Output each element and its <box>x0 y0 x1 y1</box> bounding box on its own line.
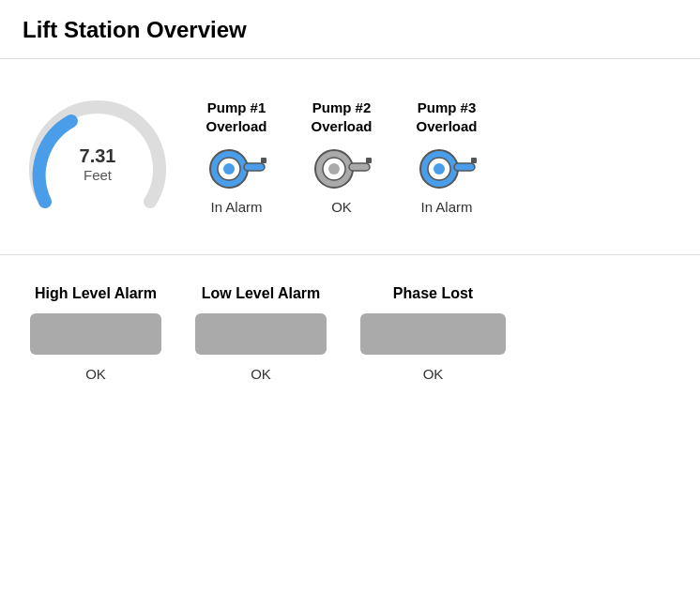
svg-point-7 <box>328 163 340 175</box>
alarm-phase-lost-status: OK <box>423 366 444 382</box>
svg-point-2 <box>223 163 235 175</box>
alarm-low-level-bar <box>195 313 327 355</box>
alarm-phase-lost: Phase Lost OK <box>360 285 506 382</box>
svg-rect-14 <box>471 158 477 163</box>
pump-1-status: In Alarm <box>210 199 262 215</box>
svg-rect-8 <box>349 163 370 171</box>
alarm-low-level-title: Low Level Alarm <box>202 285 321 302</box>
alarm-high-level: High Level Alarm OK <box>30 285 161 382</box>
alarm-phase-lost-title: Phase Lost <box>393 285 473 302</box>
pump-2-title: Pump #2Overload <box>311 99 372 135</box>
gauge-reading: 7.31 Feet <box>80 145 116 183</box>
alarm-low-level-status: OK <box>251 366 271 382</box>
pump-3-title: Pump #3Overload <box>416 99 477 135</box>
pump-1-icon <box>203 143 270 191</box>
pump-3-status: In Alarm <box>420 199 472 215</box>
alarm-high-level-title: High Level Alarm <box>35 285 157 302</box>
pumps-row: Pump #1Overload In Alarm Pump #2Overload <box>203 99 677 215</box>
alarm-high-level-status: OK <box>85 366 106 382</box>
alarm-high-level-bar <box>30 313 161 355</box>
pump-2-status: OK <box>331 199 352 215</box>
svg-rect-4 <box>261 158 266 163</box>
alarm-phase-lost-bar <box>360 313 506 355</box>
pump-1-title: Pump #1Overload <box>205 99 266 135</box>
svg-rect-13 <box>454 163 475 171</box>
svg-rect-3 <box>244 163 265 171</box>
pump-2-icon <box>308 143 375 191</box>
alarm-low-level: Low Level Alarm OK <box>195 285 327 382</box>
page-title: Lift Station Overview <box>0 0 700 59</box>
pump-2-col: Pump #2Overload OK <box>308 99 375 215</box>
gauge: 7.31 Feet <box>23 82 173 232</box>
alarms-section: High Level Alarm OK Low Level Alarm OK P… <box>0 255 700 404</box>
svg-rect-9 <box>366 158 372 163</box>
pump-3-col: Pump #3Overload In Alarm <box>413 99 480 215</box>
pump-1-col: Pump #1Overload In Alarm <box>203 99 270 215</box>
svg-point-12 <box>434 163 445 175</box>
pump-3-icon <box>413 143 480 191</box>
